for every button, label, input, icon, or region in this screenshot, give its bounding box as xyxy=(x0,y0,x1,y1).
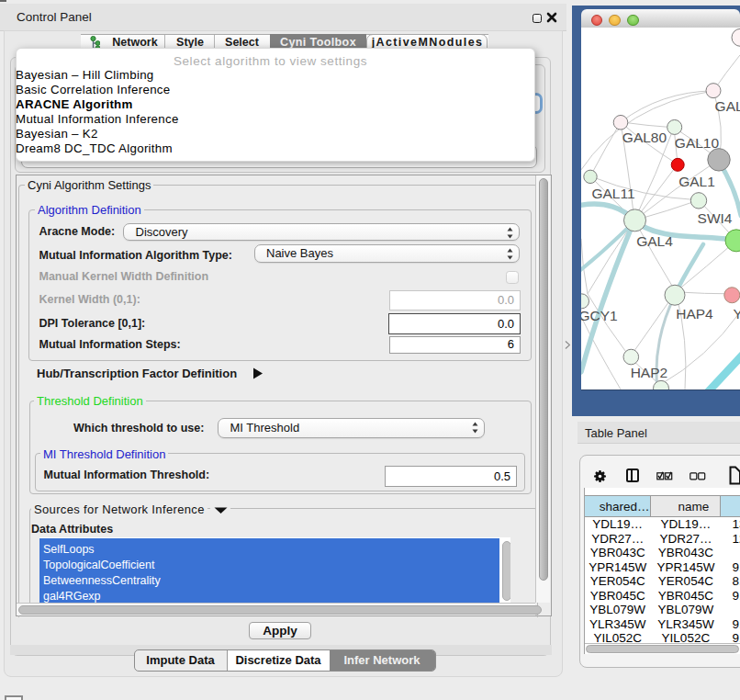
svg-text:GAL10: GAL10 xyxy=(675,135,720,151)
svg-text:YM: YM xyxy=(734,307,740,322)
svg-text:HAP2: HAP2 xyxy=(631,366,668,381)
svg-text:GAL4: GAL4 xyxy=(636,233,673,249)
svg-text:GAL7: GAL7 xyxy=(715,98,740,114)
svg-text:GAL1: GAL1 xyxy=(678,175,715,190)
svg-text:GAL80: GAL80 xyxy=(622,130,667,145)
svg-text:HAP4: HAP4 xyxy=(676,306,713,322)
svg-text:GCY1: GCY1 xyxy=(581,308,618,323)
svg-text:GAL11: GAL11 xyxy=(591,186,634,202)
svg-text:SWI4: SWI4 xyxy=(698,210,733,226)
